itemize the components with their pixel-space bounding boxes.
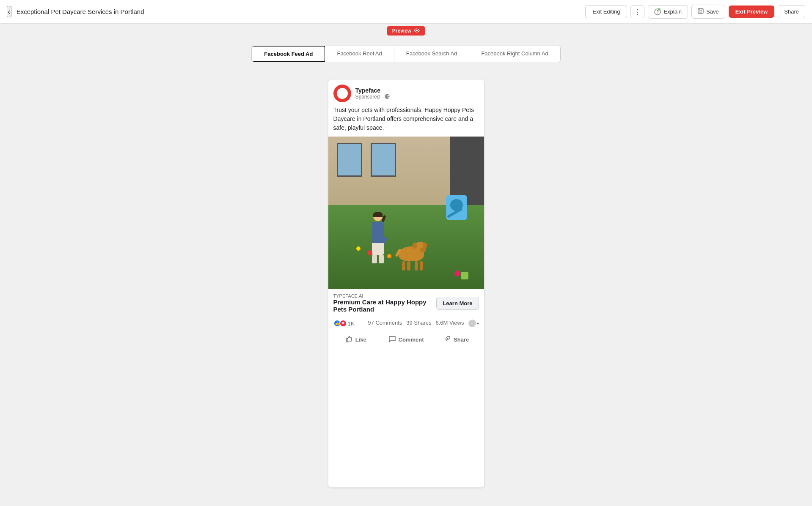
save-label: Save: [706, 8, 719, 15]
views-count: 6.6M Views: [436, 320, 464, 327]
save-icon: [698, 8, 704, 15]
page-title: Exceptional Pet Daycare Services in Port…: [17, 8, 586, 15]
share-action-label: Share: [454, 336, 469, 343]
back-icon: ‹: [8, 7, 11, 16]
brand-name: Typeface: [355, 87, 390, 94]
preview-badge: Preview: [387, 26, 425, 36]
person-head: [373, 212, 383, 221]
like-action-label: Like: [355, 336, 366, 343]
explain-icon: [654, 8, 661, 15]
topbar-actions: Exit Editing ⋮ Explain: [585, 5, 805, 19]
like-icon: 👍: [335, 321, 339, 325]
comment-action-label: Comment: [399, 336, 424, 343]
fb-action-buttons: Like Comment Share: [328, 330, 484, 349]
learn-more-button[interactable]: Learn More: [436, 297, 479, 310]
person-pants: [372, 243, 384, 255]
more-button[interactable]: ⋮: [630, 5, 644, 18]
explain-button[interactable]: Explain: [648, 5, 688, 19]
comments-count: 97 Comments: [368, 320, 402, 327]
share-action-button[interactable]: Share: [431, 332, 482, 347]
toy-rope: [461, 272, 468, 279]
share-button[interactable]: Share: [778, 5, 805, 18]
avatar: [333, 85, 351, 102]
topbar: ‹ Exceptional Pet Daycare Services in Po…: [0, 0, 812, 24]
scene-dog: [399, 246, 424, 261]
tabs: Facebook Feed Ad Facebook Reel Ad Facebo…: [251, 46, 560, 62]
reaction-icons: 👍 ❤: [333, 320, 345, 327]
comment-action-button[interactable]: Comment: [381, 332, 431, 347]
dog-head: [414, 242, 426, 253]
cta-headline: Premium Care at Happy Hoppy Pets Portlan…: [333, 298, 437, 313]
toy-ball-4: [356, 246, 361, 251]
more-icon: ⋮: [634, 8, 641, 15]
preview-eye-icon: [414, 28, 420, 34]
shares-count: 39 Shares: [406, 320, 431, 327]
avatar-inner: [337, 88, 348, 99]
fb-card-header: Typeface Sponsored ·: [328, 79, 484, 106]
svg-rect-4: [699, 11, 702, 13]
love-icon: ❤: [341, 321, 345, 325]
scene-slide: [446, 186, 471, 220]
scene-window-2: [371, 143, 396, 177]
dog-leg-back-right: [420, 261, 423, 271]
comment-action-icon: [388, 335, 396, 344]
exit-preview-button[interactable]: Exit Preview: [729, 5, 775, 18]
back-button[interactable]: ‹: [7, 6, 11, 17]
stats-right: 97 Comments 39 Shares 6.6M Views ▾: [368, 320, 479, 327]
avatar-small: ▾: [468, 320, 479, 327]
exit-editing-button[interactable]: Exit Editing: [585, 5, 627, 18]
tab-facebook-search-ad[interactable]: Facebook Search Ad: [394, 46, 470, 62]
love-reaction: ❤: [339, 320, 347, 327]
toy-ball-1: [367, 250, 372, 255]
person-body: [372, 222, 384, 243]
fb-stats: 👍 ❤ 1K 97 Comments 39 Shares 6.6M Views …: [328, 317, 484, 330]
cta-domain: typeface.ai: [333, 293, 437, 298]
scene-person: [372, 222, 384, 243]
scene-window-1: [337, 143, 362, 177]
image-scene: [328, 137, 484, 289]
tabs-container: Facebook Feed Ad Facebook Reel Ad Facebo…: [0, 38, 812, 62]
brand-info: Typeface Sponsored ·: [355, 87, 390, 100]
preview-bar: Preview: [0, 24, 812, 38]
like-action-button[interactable]: Like: [331, 332, 381, 347]
dog-leg-front-left: [402, 261, 405, 271]
facebook-ad-card: Typeface Sponsored · Trust your pets wit…: [328, 79, 484, 488]
tab-facebook-right-column-ad[interactable]: Facebook Right Column Ad: [469, 46, 560, 62]
globe-icon: [385, 94, 390, 100]
svg-point-5: [416, 30, 418, 31]
fb-cta-area: typeface.ai Premium Care at Happy Hoppy …: [328, 289, 484, 317]
explain-label: Explain: [663, 8, 682, 15]
dog-body: [399, 246, 424, 261]
fb-body-text: Trust your pets with professionals. Happ…: [328, 106, 484, 137]
cta-info: typeface.ai Premium Care at Happy Hoppy …: [333, 293, 437, 313]
save-button[interactable]: Save: [691, 5, 725, 19]
preview-label: Preview: [392, 28, 411, 34]
tab-facebook-feed-ad[interactable]: Facebook Feed Ad: [251, 46, 325, 62]
main-content: Typeface Sponsored · Trust your pets wit…: [0, 62, 812, 505]
person-hair: [373, 212, 383, 217]
sponsored-label: Sponsored ·: [355, 94, 390, 100]
reaction-count: 1K: [348, 320, 355, 327]
svg-point-1: [658, 13, 658, 14]
tab-facebook-reel-ad[interactable]: Facebook Reel Ad: [325, 46, 394, 62]
dog-leg-back-left: [415, 261, 418, 271]
dog-leg-front-right: [407, 261, 410, 271]
slide-body: [446, 195, 467, 220]
share-action-icon: [443, 335, 451, 344]
dot-separator: ·: [382, 94, 383, 100]
like-action-icon: [345, 335, 353, 344]
fb-ad-image: [328, 137, 484, 289]
